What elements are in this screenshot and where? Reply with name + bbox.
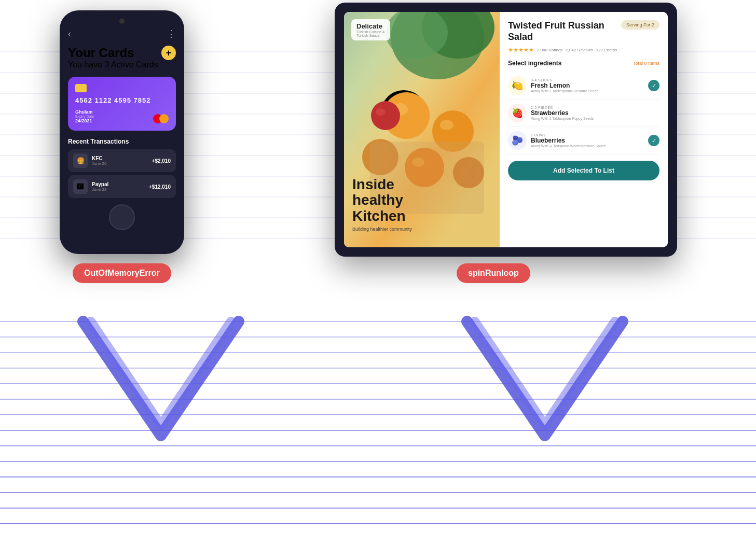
- ingredients-title: Select ingredients: [508, 60, 561, 67]
- credit-card: 4562 1122 4595 7852 Ghulam Expiry Date 2…: [68, 77, 176, 131]
- recipe-title: Twisted Fruit Russian Salad: [508, 20, 612, 43]
- phone-menu-icon[interactable]: ⋮: [167, 28, 176, 39]
- recipe-panel: Twisted Fruit Russian Salad Serving For …: [500, 12, 668, 247]
- card-expiry-label: Expiry Date: [75, 115, 94, 118]
- food-title-line1: Inside: [352, 176, 394, 192]
- ingredient-row-lemon[interactable]: 🍋 3-4 SLICES Fresh Lemon Along With 2 Ta…: [508, 72, 659, 100]
- svg-point-32: [440, 120, 453, 130]
- recipe-meta: ★★★★★ 2,948 Ratings 2,042 Reviews 127 Ph…: [508, 47, 659, 53]
- total-items-count: Total 0 Items: [633, 61, 659, 66]
- transaction-icon-kfc: 🍔: [73, 153, 88, 168]
- ingredient-name-strawberries: Strawberries: [531, 109, 659, 117]
- transaction-amount-kfc: +$2,010: [152, 158, 171, 164]
- phone-add-card-button[interactable]: +: [161, 46, 176, 60]
- transactions-title: Recent Transactions: [68, 138, 176, 145]
- ingredient-qty-strawberries: 2-5 PIECES: [531, 106, 659, 109]
- ingredient-name-lemon: Fresh Lemon: [531, 82, 644, 89]
- ingredient-qty-blueberries: 1 BOWL: [531, 133, 644, 137]
- transaction-left-paypal: 🅿 Paypal June 28: [73, 179, 108, 194]
- phone-camera: [119, 19, 125, 24]
- ingredient-icon-strawberries: 🍓: [508, 104, 527, 122]
- phone-mockup: ‹ ⋮ Your Cards You have 3 Active Cards +…: [60, 10, 184, 254]
- card-chip-icon: [75, 84, 87, 92]
- recipe-photos: 127 Photos: [596, 48, 617, 52]
- ingredient-row-blueberries[interactable]: 🫐 1 BOWL Blueberries Along With ¼ Teaspo…: [508, 127, 659, 154]
- ingredients-header: Select ingredients Total 0 Items: [508, 60, 659, 67]
- ingredient-row-strawberries[interactable]: 🍓 2-5 PIECES Strawberries Along With 1 T…: [508, 100, 659, 127]
- transaction-info-paypal: Paypal June 28: [92, 181, 108, 192]
- phone-home-button[interactable]: [109, 204, 135, 230]
- main-container: ‹ ⋮ Your Cards You have 3 Active Cards +…: [0, 0, 756, 534]
- transaction-left-kfc: 🍔 KFC June 26: [73, 153, 106, 168]
- restaurant-logo: Delicate Turkish Cuisine & Turkish Sauce: [351, 19, 390, 40]
- ingredient-icon-blueberries: 🫐: [508, 131, 527, 150]
- svg-point-38: [376, 108, 385, 116]
- phone-subtitle: You have 3 Active Cards: [68, 60, 158, 69]
- serving-badge: Serving For 2: [621, 20, 659, 30]
- ingredient-check-blueberries[interactable]: ✓: [648, 135, 659, 146]
- card-expiry: 24/2021: [75, 118, 94, 123]
- transaction-date-paypal: June 28: [92, 187, 108, 192]
- transaction-info-kfc: KFC June 26: [92, 156, 106, 166]
- error-tag-spin-runloop: spinRunloop: [457, 263, 530, 283]
- transaction-date-kfc: June 26: [92, 161, 106, 166]
- phone-back-icon[interactable]: ‹: [68, 29, 71, 39]
- ingredient-info-lemon: 3-4 SLICES Fresh Lemon Along With 2 Tabl…: [531, 78, 644, 93]
- restaurant-sub1: Turkish Cuisine &: [356, 30, 385, 34]
- restaurant-sub2: Turkish Sauce: [356, 34, 385, 37]
- transaction-name-kfc: KFC: [92, 156, 106, 161]
- phone-title: Your Cards: [68, 46, 158, 60]
- error-tag-out-of-memory: OutOfMemoryError: [73, 263, 171, 283]
- ingredient-qty-lemon: 3-4 SLICES: [531, 78, 644, 82]
- transaction-item-kfc[interactable]: 🍔 KFC June 26 +$2,010: [68, 149, 176, 172]
- ingredient-name-blueberries: Blueberries: [531, 137, 644, 144]
- phone-title-text: Your Cards You have 3 Active Cards: [68, 46, 158, 69]
- transaction-icon-paypal: 🅿: [73, 179, 88, 194]
- phone-header: ‹ ⋮: [68, 28, 176, 39]
- recipe-reviews: 2,042 Reviews: [566, 48, 593, 52]
- food-subtitle: Building healthier community: [352, 227, 412, 232]
- tablet-inner: Delicate Turkish Cuisine & Turkish Sauce…: [344, 12, 668, 247]
- phone-title-section: Your Cards You have 3 Active Cards +: [68, 46, 176, 69]
- ingredient-info-strawberries: 2-5 PIECES Strawberries Along With 1 Tab…: [531, 106, 659, 120]
- food-title: Inside healthy Kitchen: [352, 177, 412, 224]
- ingredient-info-blueberries: 1 BOWL Blueberries Along With ¼ Teaspoon…: [531, 133, 644, 148]
- card-details: Ghulam Expiry Date 24/2021: [75, 109, 169, 123]
- ingredient-sub-lemon: Along With 2 Tablespoons Sesame Seeds: [531, 89, 644, 93]
- recipe-stars: ★★★★★: [508, 47, 534, 53]
- ingredient-icon-lemon: 🍋: [508, 76, 527, 95]
- restaurant-name: Delicate: [356, 22, 385, 30]
- ingredient-check-lemon[interactable]: ✓: [648, 80, 659, 91]
- ingredient-sub-blueberries: Along With ¼ Teaspoon Worcestershire Sau…: [531, 144, 644, 148]
- transaction-item-paypal[interactable]: 🅿 Paypal June 28 +$12,010: [68, 175, 176, 198]
- mastercard-orange-circle: [159, 114, 169, 123]
- card-number: 4562 1122 4595 7852: [75, 96, 169, 104]
- food-overlay-text: Inside healthy Kitchen Building healthie…: [352, 177, 412, 232]
- food-title-line3: Kitchen: [352, 208, 406, 224]
- transaction-amount-paypal: +$12,010: [149, 184, 171, 190]
- mastercard-logo: [153, 114, 169, 123]
- ingredient-sub-strawberries: Along With 1 Tablespoon Poppy Seeds: [531, 117, 659, 120]
- tablet-mockup: Delicate Turkish Cuisine & Turkish Sauce…: [335, 3, 677, 257]
- card-name-exp: Ghulam Expiry Date 24/2021: [75, 109, 94, 123]
- food-title-line2: healthy: [352, 192, 403, 208]
- card-holder-name: Ghulam: [75, 109, 94, 115]
- recipe-ratings: 2,948 Ratings: [537, 48, 562, 52]
- recipe-header: Twisted Fruit Russian Salad Serving For …: [508, 20, 659, 43]
- add-selected-to-list-button[interactable]: Add Selected To List: [508, 161, 659, 180]
- svg-point-37: [371, 101, 400, 130]
- transaction-name-paypal: Paypal: [92, 181, 108, 187]
- food-image-bg: Delicate Turkish Cuisine & Turkish Sauce…: [344, 12, 500, 247]
- food-panel: Delicate Turkish Cuisine & Turkish Sauce…: [344, 12, 500, 247]
